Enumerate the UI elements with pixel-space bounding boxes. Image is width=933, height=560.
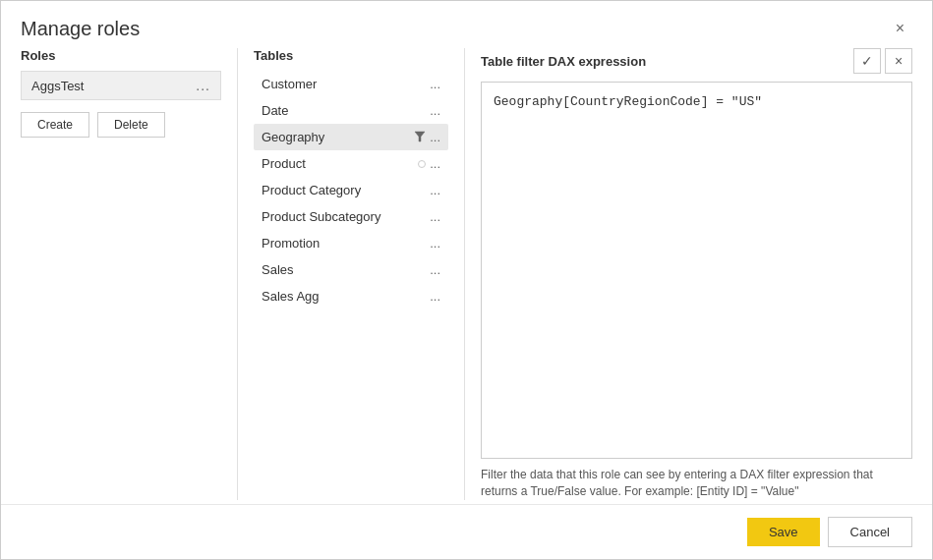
table-name-promotion: Promotion bbox=[262, 236, 320, 251]
table-icons-date: ... bbox=[430, 103, 440, 118]
table-name-product-subcategory: Product Subcategory bbox=[262, 209, 380, 224]
table-name-sales: Sales bbox=[262, 262, 294, 277]
table-name-geography: Geography bbox=[262, 130, 324, 144]
create-button[interactable]: Create bbox=[21, 112, 89, 138]
dots-geography[interactable]: ... bbox=[430, 130, 440, 144]
dots-product-category[interactable]: ... bbox=[430, 183, 440, 197]
dots-promotion[interactable]: ... bbox=[430, 236, 440, 251]
delete-button[interactable]: Delete bbox=[97, 112, 165, 138]
table-name-product-category: Product Category bbox=[262, 183, 361, 197]
role-menu-dots[interactable]: ... bbox=[196, 78, 210, 93]
tables-panel: Tables Customer ... Date ... Geography bbox=[238, 48, 464, 500]
content-area: Roles AggsTest ... Create Delete Tables … bbox=[1, 48, 932, 500]
table-item-product-subcategory[interactable]: Product Subcategory ... bbox=[254, 203, 448, 230]
title-bar: Manage roles × bbox=[1, 1, 932, 48]
dax-buttons: ✓ × bbox=[853, 48, 912, 74]
footer: Save Cancel bbox=[1, 504, 932, 559]
circle-icon-product bbox=[418, 160, 426, 168]
table-item-date[interactable]: Date ... bbox=[254, 97, 448, 124]
dax-hint: Filter the data that this role can see b… bbox=[481, 467, 912, 500]
dots-product[interactable]: ... bbox=[430, 156, 440, 171]
table-icons-sales: ... bbox=[430, 262, 440, 277]
table-icons-sales-agg: ... bbox=[430, 289, 440, 304]
dots-product-subcategory[interactable]: ... bbox=[430, 209, 440, 224]
dax-expression-editor[interactable] bbox=[481, 82, 912, 459]
role-item[interactable]: AggsTest ... bbox=[21, 71, 221, 100]
table-item-geography[interactable]: Geography ... bbox=[254, 124, 448, 150]
table-icons-promotion: ... bbox=[430, 236, 440, 251]
table-item-promotion[interactable]: Promotion ... bbox=[254, 230, 448, 256]
dax-confirm-button[interactable]: ✓ bbox=[853, 48, 881, 74]
table-icons-customer: ... bbox=[430, 77, 440, 91]
table-name-customer: Customer bbox=[262, 77, 317, 91]
dax-header: Table filter DAX expression ✓ × bbox=[481, 48, 912, 74]
table-item-product[interactable]: Product ... bbox=[254, 150, 448, 177]
cancel-button[interactable]: Cancel bbox=[828, 517, 912, 547]
svg-marker-0 bbox=[415, 132, 425, 141]
table-item-sales[interactable]: Sales ... bbox=[254, 256, 448, 283]
table-icons-geography: ... bbox=[414, 130, 440, 144]
table-item-product-category[interactable]: Product Category ... bbox=[254, 177, 448, 203]
dax-close-button[interactable]: × bbox=[885, 48, 912, 74]
save-button[interactable]: Save bbox=[747, 518, 820, 546]
table-icons-product: ... bbox=[418, 156, 440, 171]
table-name-date: Date bbox=[262, 103, 288, 118]
dots-customer[interactable]: ... bbox=[430, 77, 440, 91]
table-icons-product-category: ... bbox=[430, 183, 440, 197]
manage-roles-dialog: Manage roles × Roles AggsTest ... Create… bbox=[0, 0, 933, 560]
dots-sales[interactable]: ... bbox=[430, 262, 440, 277]
role-buttons: Create Delete bbox=[21, 112, 221, 138]
table-item-customer[interactable]: Customer ... bbox=[254, 71, 448, 97]
table-name-product: Product bbox=[262, 156, 306, 171]
dax-title: Table filter DAX expression bbox=[481, 54, 646, 69]
table-icons-product-subcategory: ... bbox=[430, 209, 440, 224]
close-button[interactable]: × bbox=[888, 17, 912, 40]
roles-panel: Roles AggsTest ... Create Delete bbox=[21, 48, 237, 500]
roles-label: Roles bbox=[21, 48, 221, 63]
table-name-sales-agg: Sales Agg bbox=[262, 289, 320, 304]
role-name: AggsTest bbox=[31, 79, 84, 93]
dialog-title: Manage roles bbox=[21, 18, 140, 40]
dax-panel: Table filter DAX expression ✓ × Filter t… bbox=[465, 48, 912, 500]
dots-date[interactable]: ... bbox=[430, 103, 440, 118]
tables-label: Tables bbox=[254, 48, 448, 63]
table-item-sales-agg[interactable]: Sales Agg ... bbox=[254, 283, 448, 309]
dots-sales-agg[interactable]: ... bbox=[430, 289, 440, 304]
filter-icon-geography bbox=[414, 131, 426, 144]
